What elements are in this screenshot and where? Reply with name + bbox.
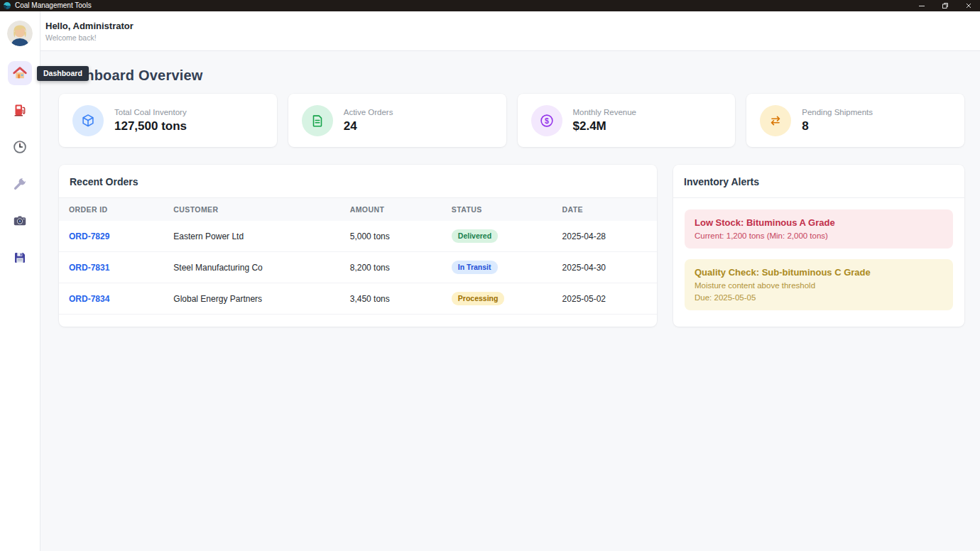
order-id-link[interactable]: ORD-7829 xyxy=(69,231,109,241)
panels-row: Recent Orders ORDER ID CUSTOMER AMOUNT S… xyxy=(59,165,964,327)
alert-line: Due: 2025-05-05 xyxy=(695,293,943,302)
stat-value: 127,500 tons xyxy=(114,119,187,133)
order-id-link[interactable]: ORD-7831 xyxy=(69,263,109,273)
status-badge: Processing xyxy=(452,292,505,305)
clock-icon xyxy=(13,140,27,154)
stat-value: 8 xyxy=(802,119,873,133)
dollar-coin-icon: $ xyxy=(539,113,555,129)
stat-icon-wrap xyxy=(760,105,791,136)
date-cell: 2025-05-02 xyxy=(552,283,657,315)
cube-icon xyxy=(80,113,96,129)
main-area: Hello, Administrator Welcome back! Dashb… xyxy=(40,11,980,551)
stat-value: 24 xyxy=(344,119,393,133)
app-title: Coal Management Tools xyxy=(15,0,92,11)
window-controls xyxy=(910,0,980,11)
sidebar-item-camera[interactable] xyxy=(8,209,32,233)
sidebar-nav xyxy=(8,61,32,270)
minimize-icon xyxy=(918,2,925,9)
document-icon xyxy=(310,113,325,129)
stat-icon-wrap: $ xyxy=(531,105,562,136)
minimize-button[interactable] xyxy=(910,0,933,11)
date-cell: 2025-04-30 xyxy=(552,252,657,283)
app-logo-icon xyxy=(4,2,11,9)
app-shell: Hello, Administrator Welcome back! Dashb… xyxy=(0,11,980,551)
camera-icon xyxy=(13,214,27,228)
welcome-text: Welcome back! xyxy=(45,33,980,42)
sidebar-item-tools[interactable] xyxy=(8,172,32,196)
sidebar-item-history[interactable] xyxy=(8,135,32,159)
column-header-date: DATE xyxy=(552,198,657,221)
page-title: Dashboard Overview xyxy=(59,67,964,84)
alert-low-stock: Low Stock: Bituminous A Grade Current: 1… xyxy=(685,209,953,249)
stat-icon-wrap xyxy=(72,105,104,136)
alerts-panel-header: Inventory Alerts xyxy=(673,165,964,198)
status-badge: In Transit xyxy=(452,261,498,274)
customer-cell: Steel Manufacturing Co xyxy=(163,252,339,283)
sidebar xyxy=(0,11,40,551)
status-badge: Delivered xyxy=(452,229,498,243)
column-header-amount: AMOUNT xyxy=(340,198,442,221)
wrench-icon xyxy=(13,177,27,191)
amount-cell: 5,000 tons xyxy=(340,221,442,252)
date-cell: 2025-04-28 xyxy=(552,221,657,252)
stat-label: Pending Shipments xyxy=(802,108,873,116)
alert-title: Quality Check: Sub-bituminous C Grade xyxy=(695,267,943,278)
orders-table: ORDER ID CUSTOMER AMOUNT STATUS DATE ORD… xyxy=(59,198,657,315)
floppy-disk-icon xyxy=(13,251,27,265)
recent-orders-panel: Recent Orders ORDER ID CUSTOMER AMOUNT S… xyxy=(59,165,657,327)
orders-panel-title: Recent Orders xyxy=(70,176,646,187)
restore-icon xyxy=(942,2,949,9)
home-icon xyxy=(13,66,27,80)
svg-text:$: $ xyxy=(545,116,549,124)
inventory-alerts-panel: Inventory Alerts Low Stock: Bituminous A… xyxy=(673,165,964,327)
amount-cell: 3,450 tons xyxy=(340,283,442,315)
orders-table-header-row: ORDER ID CUSTOMER AMOUNT STATUS DATE xyxy=(59,198,657,221)
dashboard-tooltip: Dashboard xyxy=(37,66,89,81)
stat-card-inventory: Total Coal Inventory 127,500 tons xyxy=(59,94,277,147)
alerts-body: Low Stock: Bituminous A Grade Current: 1… xyxy=(673,198,964,322)
stat-card-shipments: Pending Shipments 8 xyxy=(746,94,964,147)
avatar-image xyxy=(7,21,33,46)
titlebar: Coal Management Tools xyxy=(0,0,980,11)
table-row: ORD-7834 Global Energy Partners 3,450 to… xyxy=(59,283,657,315)
customer-cell: Eastern Power Ltd xyxy=(163,221,339,252)
stats-row: Total Coal Inventory 127,500 tons Active… xyxy=(59,94,964,147)
alerts-panel-title: Inventory Alerts xyxy=(684,176,954,187)
column-header-customer: CUSTOMER xyxy=(163,198,339,221)
close-icon xyxy=(965,2,972,9)
alert-title: Low Stock: Bituminous A Grade xyxy=(695,217,943,228)
orders-panel-header: Recent Orders xyxy=(59,165,657,198)
amount-cell: 8,200 tons xyxy=(340,252,442,283)
stat-card-revenue: $ Monthly Revenue $2.4M xyxy=(518,94,736,147)
sidebar-item-save[interactable] xyxy=(8,246,32,270)
stat-label: Total Coal Inventory xyxy=(114,108,187,116)
table-row: ORD-7831 Steel Manufacturing Co 8,200 to… xyxy=(59,252,657,283)
avatar[interactable] xyxy=(7,21,33,46)
column-header-order-id: ORDER ID xyxy=(59,198,163,221)
exchange-arrows-icon xyxy=(768,113,783,129)
alert-line: Current: 1,200 tons (Min: 2,000 tons) xyxy=(695,231,943,240)
column-header-status: STATUS xyxy=(442,198,552,221)
restore-button[interactable] xyxy=(933,0,957,11)
close-button[interactable] xyxy=(957,0,980,11)
sidebar-item-fuel[interactable] xyxy=(8,98,32,122)
header: Hello, Administrator Welcome back! xyxy=(40,11,980,51)
stat-icon-wrap xyxy=(302,105,333,136)
alert-quality-check: Quality Check: Sub-bituminous C Grade Mo… xyxy=(685,259,953,310)
sidebar-item-dashboard[interactable] xyxy=(8,61,32,85)
fuel-pump-icon xyxy=(13,103,27,117)
stat-label: Monthly Revenue xyxy=(573,108,637,116)
stat-label: Active Orders xyxy=(344,108,393,116)
content: Dashboard Overview Total Coal Inventory … xyxy=(40,51,980,551)
customer-cell: Global Energy Partners xyxy=(163,283,339,315)
table-row: ORD-7829 Eastern Power Ltd 5,000 tons De… xyxy=(59,221,657,252)
order-id-link[interactable]: ORD-7834 xyxy=(69,294,109,304)
stat-value: $2.4M xyxy=(573,119,637,133)
stat-card-orders: Active Orders 24 xyxy=(288,94,506,147)
greeting-text: Hello, Administrator xyxy=(45,21,980,31)
alert-line: Moisture content above threshold xyxy=(695,281,943,290)
